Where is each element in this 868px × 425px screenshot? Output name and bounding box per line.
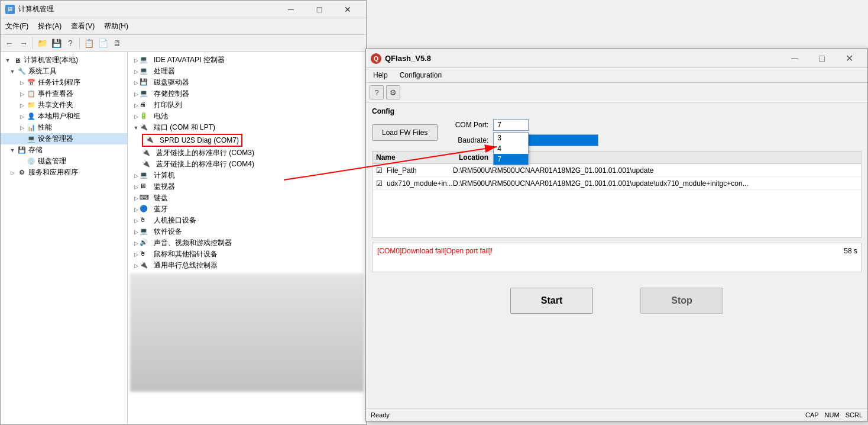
dm-print[interactable]: ▷ 🖨 打印队列 [130,99,364,111]
dm-cpu[interactable]: ▷ 💻 处理器 [130,66,364,77]
qf-row2-check[interactable]: ☑ [376,179,387,188]
dm-mon-icon: 🖥 [140,182,151,192]
qf-stop-btn[interactable]: Stop [640,288,723,314]
cm-save-btn[interactable]: 💾 [50,37,63,50]
dm-hid-expand: ▷ [132,216,140,226]
tree-local-users[interactable]: ▷ 👤 本地用户和组 [1,111,127,122]
dm-sprd-row[interactable]: 🔌 SPRD U2S Diag (COM7) [130,133,364,147]
dm-bt4-label: 蓝牙链接上的标准串行 (COM4) [156,159,254,169]
cm-maximize-btn[interactable]: □ [306,1,333,18]
qf-maximize-btn[interactable]: □ [808,49,835,68]
tree-dev-icon: 💻 [27,134,36,144]
qf-statusbar-right: CAP NUM SCRL [805,411,863,418]
cm-menu-help[interactable]: 帮助(H) [99,20,133,33]
tree-dev-label: 设备管理器 [38,134,73,144]
cm-close-btn[interactable]: ✕ [334,1,361,18]
cm-content: ▼ 🖥 计算机管理(本地) ▼ 🔧 系统工具 ▷ 📅 任务计划程序 ▷ 📋 事件… [1,52,366,424]
dm-mouse-expand: ▷ [132,250,140,259]
qf-close-btn[interactable]: ✕ [835,49,863,68]
dm-bt-com3[interactable]: 🔌 蓝牙链接上的标准串行 (COM3) [130,147,364,159]
tree-device-manager[interactable]: 💻 设备管理器 [1,133,127,144]
cm-properties-btn[interactable]: 📋 [82,37,95,50]
cm-menu-view[interactable]: 查看(V) [66,20,99,33]
tree-performance[interactable]: ▷ 📊 性能 [1,122,127,133]
dm-keyboard[interactable]: ▷ ⌨ 键盘 [130,192,364,204]
qf-config-label: Config [372,107,861,115]
qf-com-port-label: COM Port: [447,121,488,129]
qf-com-port-select[interactable]: 3 4 7 [493,119,529,131]
dm-mouse[interactable]: ▷ 🖱 鼠标和其他指针设备 [130,249,364,260]
tree-event-expand: ▷ [17,89,27,99]
cm-menu-action[interactable]: 操作(A) [33,20,66,33]
dm-monitor[interactable]: ▷ 🖥 监视器 [130,181,364,192]
qf-help-icon-btn[interactable]: ? [370,85,384,99]
tree-root[interactable]: ▼ 🖥 计算机管理(本地) [1,54,127,66]
qf-config-row: Load FW Files COM Port: 3 4 7 3 4 [372,119,861,146]
dm-disk[interactable]: ▷ 💾 磁盘驱动器 [130,77,364,88]
cm-monitor-btn[interactable]: 🖥 [111,37,124,50]
dm-blur-area [130,273,364,392]
dm-hid[interactable]: ▷ 🖱 人机接口设备 [130,215,364,226]
tree-shared-folders[interactable]: ▷ 📁 共享文件夹 [1,99,127,111]
dm-sound[interactable]: ▷ 🔊 声音、视频和游戏控制器 [130,237,364,249]
cm-forward-btn[interactable]: → [17,37,30,50]
cm-menu-file[interactable]: 文件(F) [1,20,33,33]
tree-services[interactable]: ▷ ⚙ 服务和应用程序 [1,167,127,178]
dm-bluetooth[interactable]: ▷ 🔵 蓝牙 [130,204,364,215]
qf-status-ready: Ready [371,411,390,418]
qf-menu-config[interactable]: Configuration [396,69,445,81]
dm-hid-icon: 🖱 [140,216,151,226]
qf-settings-btn[interactable]: ⚙ [386,85,400,99]
tree-system-tools[interactable]: ▼ 🔧 系统工具 [1,66,127,77]
tree-storage[interactable]: ▼ 💾 存储 [1,144,127,156]
dm-sprd-highlight: 🔌 SPRD U2S Diag (COM7) [142,134,242,147]
dm-battery[interactable]: ▷ 🔋 电池 [130,111,364,122]
qf-menu-help[interactable]: Help [370,69,391,81]
tree-event-viewer[interactable]: ▷ 📋 事件查看器 [1,88,127,99]
dm-storage-ctrl[interactable]: ▷ 💻 存储控制器 [130,88,364,99]
dm-comp-icon: 💻 [140,171,151,181]
tree-shared-label: 共享文件夹 [38,100,73,110]
tree-task-scheduler[interactable]: ▷ 📅 任务计划程序 [1,77,127,88]
qf-option-4[interactable]: 4 [494,143,528,154]
qf-option-7[interactable]: 7 [494,154,528,165]
qf-row1-check[interactable]: ☑ [376,166,387,175]
qf-toolbar: ? ⚙ [366,83,867,102]
qf-titlebar: Q QFlash_V5.8 ─ □ ✕ [366,49,867,68]
qf-load-fw-btn[interactable]: Load FW Files [372,124,438,141]
qf-status-scrl: SCRL [846,411,863,418]
tree-users-expand: ▷ [17,112,27,121]
qf-title-text: QFlash_V5.8 [385,54,781,63]
cm-view-btn[interactable]: 📄 [96,37,109,50]
qflash-window: Q QFlash_V5.8 ─ □ ✕ Help Configuration ?… [365,49,868,421]
dm-bt-icon: 🔵 [140,205,151,214]
qf-option-3[interactable]: 3 [494,133,528,143]
qf-start-btn[interactable]: Start [510,288,593,314]
table-row[interactable]: ☑ File_Path D:\RM500U\RM500UCNAAR01A18M2… [373,164,861,177]
dm-kbd-expand: ▷ [132,194,140,203]
dm-computer[interactable]: ▷ 💻 计算机 [130,170,364,181]
dm-usb[interactable]: ▷ 🔌 通用串行总线控制器 [130,260,364,271]
cm-up-btn[interactable]: 📁 [35,37,48,50]
qf-row1-location: D:\RM500U\RM500UCNAAR01A18M2G_01.001.01.… [453,166,654,175]
dm-disk-expand: ▷ [132,78,140,88]
cm-back-btn[interactable]: ← [3,37,16,50]
dm-print-icon: 🖨 [140,101,151,110]
dm-ide-ata[interactable]: ▷ 💻 IDE ATA/ATAPI 控制器 [130,54,364,66]
tree-svc-icon: ⚙ [17,168,27,178]
cm-help-btn[interactable]: ? [64,37,77,50]
dm-software[interactable]: ▷ 💻 软件设备 [130,226,364,237]
dm-ide-label: IDE ATA/ATAPI 控制器 [154,55,225,65]
table-row[interactable]: ☑ udx710_module+in... D:\RM500U\RM500UCN… [373,177,861,190]
qf-minimize-btn[interactable]: ─ [781,49,808,68]
tree-disk-mgmt[interactable]: 💿 磁盘管理 [1,156,127,167]
cm-menubar: 文件(F) 操作(A) 查看(V) 帮助(H) [1,18,366,35]
qf-row1-name: File_Path [387,166,453,175]
dm-ide-icon: 💻 [140,56,151,65]
qf-buttons-row: Start Stop [372,288,861,314]
dm-ports[interactable]: ▼ 🔌 端口 (COM 和 LPT) [130,122,364,133]
tree-disk-expand [17,157,27,166]
dm-bt-com4[interactable]: 🔌 蓝牙链接上的标准串行 (COM4) [130,159,364,170]
dm-bt-label: 蓝牙 [154,204,168,214]
cm-minimize-btn[interactable]: ─ [277,1,305,18]
